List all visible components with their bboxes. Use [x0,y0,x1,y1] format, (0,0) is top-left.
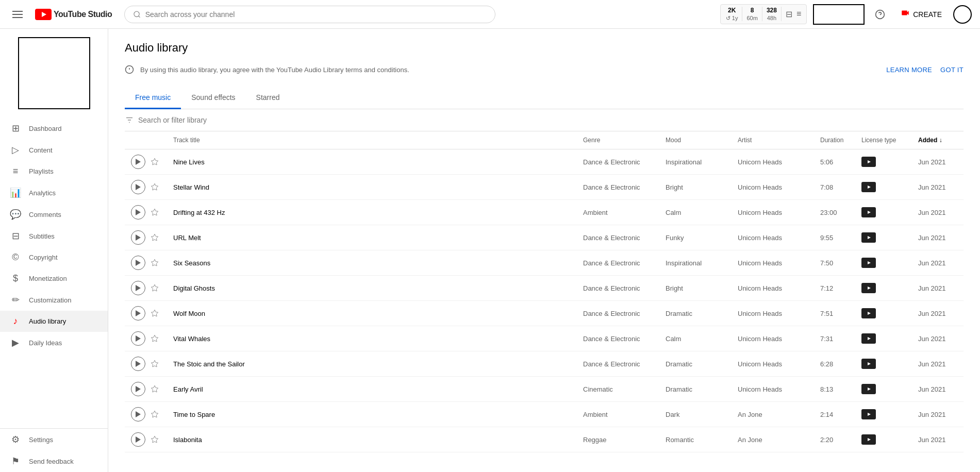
play-button[interactable] [131,205,145,220]
customization-icon: ✏ [10,294,21,306]
sidebar-item-content[interactable]: ▷ Content [0,139,108,161]
sidebar-item-settings[interactable]: ⚙ Settings [0,429,108,450]
search-input[interactable] [145,10,487,19]
star-button[interactable] [148,181,161,193]
monetization-icon: $ [10,273,21,284]
sidebar-item-subtitles[interactable]: ⊟ Subtitles [0,225,108,247]
col-header-title[interactable]: Track title [167,131,577,149]
sidebar-item-customization[interactable]: ✏ Customization [0,289,108,311]
track-artist: Unicorn Heads [732,377,814,402]
play-button[interactable] [131,256,145,270]
svg-marker-16 [136,184,141,190]
yt-play-icon [865,235,872,240]
play-button[interactable] [131,155,145,169]
sidebar-item-daily-ideas[interactable]: ▶ Daily Ideas [0,332,108,353]
youtube-license-icon[interactable] [861,232,876,243]
youtube-license-icon[interactable] [861,182,876,192]
play-icon [136,361,141,367]
track-actions [131,407,161,422]
create-button[interactable]: CREATE [895,5,947,23]
track-license [855,175,912,200]
play-button[interactable] [131,382,145,396]
tab-sound-effects[interactable]: Sound effects [181,87,245,109]
filter-input[interactable] [138,116,293,124]
star-button[interactable] [148,257,161,269]
track-license [855,427,912,452]
play-button[interactable] [131,432,145,447]
star-button[interactable] [148,231,161,244]
youtube-license-icon[interactable] [861,359,876,369]
subtitles-label: Subtitles [29,232,55,240]
track-artist: Unicorn Heads [732,149,814,175]
youtube-license-icon[interactable] [861,308,876,318]
track-license [855,149,912,175]
star-button[interactable] [148,433,161,446]
sidebar-item-copyright[interactable]: © Copyright [0,247,108,268]
play-icon [136,335,141,342]
track-artist: Unicorn Heads [732,276,814,301]
sidebar-item-analytics[interactable]: 📊 Analytics [0,182,108,204]
play-button[interactable] [131,306,145,321]
help-button[interactable] [871,5,889,24]
yt-play-icon [865,361,872,366]
star-button[interactable] [148,206,161,218]
got-it-link[interactable]: GOT IT [940,66,964,74]
track-actions [131,306,161,321]
star-button[interactable] [148,358,161,370]
table-row: Digital Ghosts Dance & Electronic Bright… [125,276,964,301]
col-header-added[interactable]: Added ↓ [912,131,964,149]
header-action-placeholder[interactable] [813,4,865,25]
youtube-license-icon[interactable] [861,283,876,293]
play-button[interactable] [131,180,145,194]
star-button[interactable] [148,307,161,319]
track-duration: 23:00 [814,200,855,225]
col-header-artist[interactable]: Artist [732,131,814,149]
youtube-logo-icon [35,9,52,20]
play-button[interactable] [131,230,145,245]
track-license [855,200,912,225]
yt-play-icon [865,437,872,442]
tab-starred[interactable]: Starred [246,87,290,109]
yt-play-icon [865,311,872,316]
sidebar-item-playlists[interactable]: ≡ Playlists [0,161,108,182]
channel-avatar[interactable] [18,37,90,109]
play-button[interactable] [131,357,145,371]
sidebar-item-monetization[interactable]: $ Monetization [0,268,108,289]
svg-marker-48 [136,386,141,392]
play-button[interactable] [131,331,145,346]
play-button[interactable] [131,407,145,422]
col-header-duration[interactable]: Duration [814,131,855,149]
youtube-license-icon[interactable] [861,434,876,445]
youtube-license-icon[interactable] [861,258,876,268]
copyright-icon: © [10,252,21,263]
col-header-genre[interactable]: Genre [577,131,659,149]
track-genre: Dance & Electronic [577,276,659,301]
sidebar-item-audio-library[interactable]: ♪ Audio library [0,311,108,332]
sidebar-item-comments[interactable]: 💬 Comments [0,204,108,225]
youtube-license-icon[interactable] [861,333,876,344]
star-button[interactable] [148,383,161,395]
star-button[interactable] [148,156,161,168]
svg-marker-49 [151,385,158,392]
youtube-license-icon[interactable] [861,409,876,419]
star-button[interactable] [148,408,161,420]
tabs: Free musicSound effectsStarred [125,87,964,109]
comments-icon: 💬 [10,209,21,220]
hamburger-menu[interactable] [8,5,27,24]
sidebar-item-send-feedback[interactable]: ⚑ Send feedback [0,450,108,472]
play-button[interactable] [131,281,145,295]
tab-free-music[interactable]: Free music [125,87,181,109]
youtube-license-icon[interactable] [861,157,876,167]
star-button[interactable] [148,282,161,294]
col-header-license[interactable]: License type [855,131,912,149]
sidebar-item-dashboard[interactable]: ⊞ Dashboard [0,117,108,139]
youtube-license-icon[interactable] [861,207,876,217]
star-button[interactable] [148,332,161,345]
avatar[interactable] [953,5,972,24]
star-icon [151,259,159,267]
table-row: Wolf Moon Dance & Electronic Dramatic Un… [125,301,964,326]
filter-bar [125,109,964,131]
learn-more-link[interactable]: LEARN MORE [886,66,932,74]
youtube-license-icon[interactable] [861,384,876,394]
col-header-mood[interactable]: Mood [659,131,732,149]
